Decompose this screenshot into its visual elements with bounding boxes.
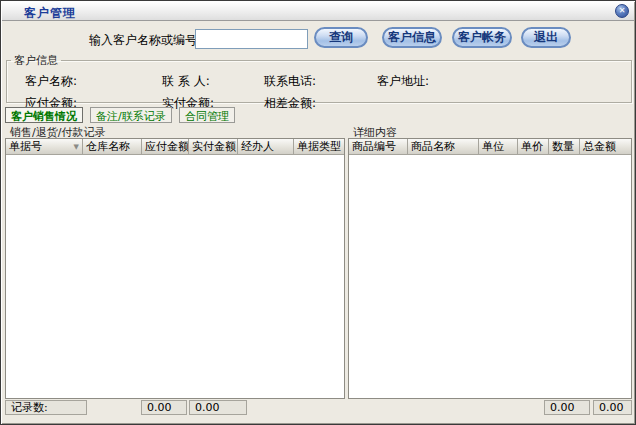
col-header-product-no[interactable]: 商品编号 (349, 139, 408, 155)
contact-person-label: 联 系 人: (162, 73, 210, 90)
tab-notes-contacts[interactable]: 备注/联系记录 (90, 107, 172, 123)
detail-table: 商品编号 商品名称 单位 单价 数量 总金额 (348, 138, 632, 399)
col-header-order-no[interactable]: 单据号 ▼ (6, 139, 83, 155)
detail-sum-amount-field: 0.00 (593, 400, 632, 415)
difference-amount-label: 相差金额: (264, 95, 316, 112)
detail-table-header: 商品编号 商品名称 单位 单价 数量 总金额 (349, 139, 631, 155)
window-title: 客户管理 (24, 5, 76, 22)
customer-info-group: 客户信息 客户名称: 联 系 人: 联系电话: 客户地址: 应付金额: 实付金额… (6, 53, 632, 103)
col-header-order-type[interactable]: 单据类型 (294, 139, 344, 155)
search-label: 输入客户名称或编号: (89, 32, 201, 49)
record-count-field: 记录数: (5, 400, 87, 415)
sales-table: 单据号 ▼ 仓库名称 应付金额 实付金额 经办人 单据类型 (5, 138, 345, 399)
sales-sum-payable-field: 0.00 (141, 400, 187, 415)
customer-info-button[interactable]: 客户信息 (382, 27, 442, 48)
search-input[interactable] (195, 29, 308, 49)
sales-table-header: 单据号 ▼ 仓库名称 应付金额 实付金额 经办人 单据类型 (6, 139, 344, 155)
filter-icon[interactable]: ▼ (72, 143, 79, 151)
customer-info-group-title: 客户信息 (11, 53, 61, 68)
col-header-handler[interactable]: 经办人 (238, 139, 294, 155)
sales-sum-paid-field: 0.00 (189, 400, 247, 415)
customer-name-label: 客户名称: (25, 73, 77, 90)
contact-phone-label: 联系电话: (264, 73, 316, 90)
customer-management-window: 客户管理 ✕ 输入客户名称或编号: 查询 客户信息 客户帐务 退出 客户信息 客… (0, 0, 636, 425)
detail-sum-quantity-field: 0.00 (544, 400, 590, 415)
tab-customer-sales[interactable]: 客户销售情况 (5, 107, 83, 123)
title-bar[interactable]: 客户管理 ✕ (2, 2, 634, 21)
customer-account-button[interactable]: 客户帐务 (452, 27, 512, 48)
col-header-unit-price[interactable]: 单价 (518, 139, 549, 155)
col-header-payable[interactable]: 应付金额 (142, 139, 189, 155)
col-header-total-amount[interactable]: 总金额 (580, 139, 631, 155)
tab-contract-mgmt[interactable]: 合同管理 (179, 107, 235, 123)
exit-button[interactable]: 退出 (521, 27, 571, 48)
col-label-order-no: 单据号 (9, 139, 42, 154)
tab-bar: 客户销售情况 备注/联系记录 合同管理 (5, 107, 237, 124)
col-header-quantity[interactable]: 数量 (549, 139, 580, 155)
query-button[interactable]: 查询 (314, 27, 368, 48)
col-header-warehouse[interactable]: 仓库名称 (83, 139, 142, 155)
customer-address-label: 客户地址: (377, 73, 429, 90)
close-icon[interactable]: ✕ (615, 4, 629, 18)
col-header-paid[interactable]: 实付金额 (189, 139, 238, 155)
col-header-unit[interactable]: 单位 (479, 139, 518, 155)
col-header-product-name[interactable]: 商品名称 (408, 139, 479, 155)
